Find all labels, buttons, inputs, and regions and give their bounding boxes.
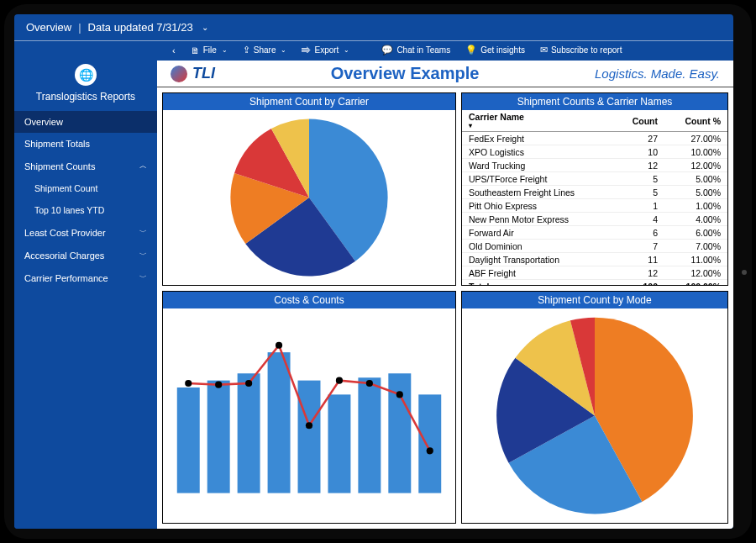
bar[interactable] [238,373,260,493]
sidebar-item-shipment-count[interactable]: Shipment Count [14,177,157,199]
data-point[interactable] [306,422,312,429]
toolbar: ‹ 🗎 File ⌄ ⇪ Share ⌄ ⭆ Export ⌄ 💬 Chat i… [14,41,733,61]
share-icon: ⇪ [243,45,250,55]
panel-table: Shipment Counts & Carrier Names Carrier … [461,92,728,286]
sidebar-item-label: Overview [24,117,63,127]
data-point[interactable] [215,382,222,388]
tli-logo: TLI [171,65,215,82]
sidebar-item-overview[interactable]: Overview [14,111,157,133]
sidebar-logo: 🌐 Translogistics Reports [14,61,157,111]
chevron-down-icon: ﹀ [139,250,147,261]
table-row[interactable]: UPS/TForce Freight55.00% [462,172,727,186]
chat-icon: 💬 [381,45,393,55]
sidebar-item-label: Least Cost Provider [24,228,106,238]
sidebar-item-accesorial-charges[interactable]: Accesorial Charges﹀ [14,244,157,266]
table-row[interactable]: New Penn Motor Express44.00% [462,213,727,226]
data-point[interactable] [396,391,403,398]
share-menu[interactable]: ⇪ Share ⌄ [243,45,287,55]
pie-chart-carrier[interactable] [163,110,455,285]
power-button[interactable] [742,270,747,275]
table-total-row: Total100100.00% [462,280,727,286]
sidebar-item-label: Carrier Performance [24,273,108,283]
sidebar-item-label: Top 10 lanes YTD [34,205,104,215]
page-title: Overview Example [331,64,480,83]
sidebar-item-label: Accesorial Charges [24,250,104,261]
chevron-down-icon: ﹀ [139,227,147,238]
tablet-frame: Overview | Data updated 7/31/23 ⌄ ‹ 🗎 Fi… [4,4,752,539]
export-menu[interactable]: ⭆ Export ⌄ [302,45,349,55]
table-row[interactable]: XPO Logistics1010.00% [462,145,727,159]
data-updated-label[interactable]: Data updated 7/31/23 [88,21,193,34]
data-point[interactable] [336,377,343,384]
data-point[interactable] [185,380,192,387]
export-label: Export [314,45,339,55]
table-row[interactable]: Ward Trucking1212.00% [462,159,727,172]
chevron-down-icon: ﹀ [139,272,147,283]
carrier-table[interactable]: Carrier Name ▾ Count Count % FedEx Freig… [462,110,727,285]
logo-icon: 🌐 [75,64,97,86]
sidebar-title: Translogistics Reports [36,91,135,103]
chat-teams-button[interactable]: 💬 Chat in Teams [381,45,450,55]
pie-chart-mode[interactable] [462,308,727,523]
header-bar: Overview | Data updated 7/31/23 ⌄ [14,14,733,41]
table-row[interactable]: ABF Freight1212.00% [462,266,727,280]
sidebar-item-shipment-counts[interactable]: Shipment Counts︿ [14,155,157,177]
file-label: File [203,45,217,55]
bar[interactable] [177,387,200,493]
data-point[interactable] [245,380,252,387]
app-screen: Overview | Data updated 7/31/23 ⌄ ‹ 🗎 Fi… [14,14,733,529]
bar[interactable] [268,352,291,493]
table-row[interactable]: FedEx Freight2727.00% [462,132,727,145]
bar[interactable] [418,394,441,493]
panel-title: Costs & Counts [163,292,455,308]
sidebar-item-label: Shipment Totals [24,139,90,149]
tagline: Logistics. Made. Easy. [595,66,720,81]
panel-title: Shipment Counts & Carrier Names [462,93,727,110]
panel-pie-carrier: Shipment Count by Carrier [162,92,456,286]
col-carrier[interactable]: Carrier Name ▾ [462,110,615,132]
chevron-down-icon: ⌄ [281,46,286,54]
col-count[interactable]: Count [615,110,664,132]
chevron-down-icon[interactable]: ⌄ [202,23,208,32]
chat-label: Chat in Teams [396,45,450,55]
logo-text: TLI [192,65,215,82]
file-icon: 🗎 [191,45,200,55]
data-point[interactable] [276,342,282,349]
bulb-icon: 💡 [465,45,477,55]
separator: | [78,21,81,34]
get-insights-button[interactable]: 💡 Get insights [465,45,525,55]
table-row[interactable]: Daylight Transportation1111.00% [462,253,727,266]
sidebar-item-shipment-totals[interactable]: Shipment Totals [14,133,157,155]
dashboard-grid: Shipment Count by Carrier Shipment Count… [157,87,733,529]
file-menu[interactable]: 🗎 File ⌄ [191,45,228,55]
sort-desc-icon: ▾ [469,122,608,129]
globe-icon [171,66,187,82]
bar[interactable] [328,394,350,493]
bar[interactable] [298,381,321,493]
chevron-down-icon: ⌄ [344,46,349,54]
content-area: 🌐 Translogistics Reports OverviewShipmen… [14,61,733,529]
main-header: TLI Overview Example Logistics. Made. Ea… [157,61,733,87]
chevron-down-icon: ⌄ [222,46,228,54]
sidebar: 🌐 Translogistics Reports OverviewShipmen… [14,61,157,529]
bar-line-chart[interactable] [163,308,455,523]
panel-title: Shipment Count by Carrier [163,93,455,110]
sidebar-item-top-10-lanes-ytd[interactable]: Top 10 lanes YTD [14,199,157,221]
sidebar-item-carrier-performance[interactable]: Carrier Performance﹀ [14,266,157,289]
data-point[interactable] [366,380,373,387]
table-row[interactable]: Pitt Ohio Express11.00% [462,199,727,213]
bar[interactable] [358,377,381,493]
table-row[interactable]: Old Dominion77.00% [462,240,727,253]
table-row[interactable]: Forward Air66.00% [462,226,727,240]
share-label: Share [254,45,276,55]
col-pct[interactable]: Count % [664,110,727,132]
subscribe-button[interactable]: ✉ Subscribe to report [540,45,622,55]
bar[interactable] [207,381,230,493]
back-icon[interactable]: ‹ [172,45,176,55]
sidebar-item-least-cost-provider[interactable]: Least Cost Provider﹀ [14,221,157,244]
chevron-up-icon: ︿ [139,161,147,171]
breadcrumb-overview[interactable]: Overview [26,21,71,34]
panel-title: Shipment Count by Mode [462,292,727,308]
table-row[interactable]: Southeastern Freight Lines55.00% [462,186,727,199]
data-point[interactable] [427,447,433,454]
